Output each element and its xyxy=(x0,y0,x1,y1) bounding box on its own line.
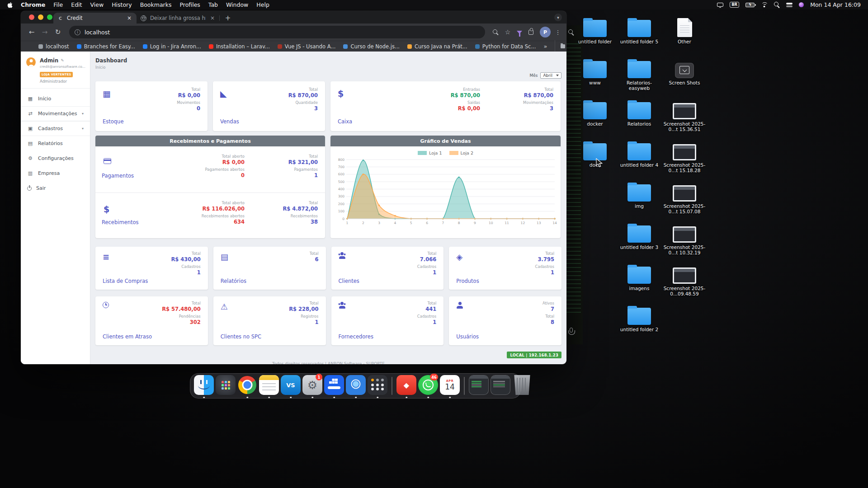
dock-item[interactable]: APR 14 xyxy=(280,374,301,398)
dock-item[interactable]: APR 14 xyxy=(324,374,344,398)
desktop-icon[interactable]: untitled folder xyxy=(573,16,617,57)
card-title[interactable]: Produtos xyxy=(456,278,479,284)
card-title[interactable]: Vendas xyxy=(220,118,239,125)
card-title[interactable]: Fornecedores xyxy=(339,333,373,340)
card-title[interactable]: Caixa xyxy=(338,118,352,125)
browser-tab[interactable]: C Credit × xyxy=(53,13,137,23)
bookmark-item[interactable]: Python for Data Sc... xyxy=(475,43,536,50)
menu-item[interactable]: History xyxy=(112,1,132,8)
card-title[interactable]: Clientes xyxy=(339,278,359,284)
sidebar-item[interactable]: Configurações xyxy=(21,151,90,166)
legend-item[interactable]: Loja 2 xyxy=(449,150,473,155)
browser-tab[interactable]: Deixar linha grossa hr × xyxy=(137,13,220,23)
input-source-indicator[interactable]: BR xyxy=(730,2,739,8)
menu-item[interactable]: View xyxy=(90,1,104,8)
desktop-icon[interactable]: Relatorios xyxy=(618,99,661,140)
forward-button[interactable]: → xyxy=(39,28,50,36)
url-text[interactable]: localhost xyxy=(85,29,110,36)
desktop-icon[interactable]: untitled folder 2 xyxy=(618,304,661,345)
dock-item[interactable]: APR 14 xyxy=(193,374,214,398)
user-avatar[interactable] xyxy=(26,57,36,67)
zoom-lens-icon[interactable] xyxy=(493,29,499,35)
all-bookmarks[interactable]: All Bookmarks xyxy=(555,40,566,53)
screen-mirroring-icon[interactable] xyxy=(717,3,723,7)
filter-extension-icon[interactable] xyxy=(517,31,522,34)
desktop-icon[interactable]: untitled folder 3 xyxy=(618,222,661,263)
desktop-icon[interactable]: Screenshot 2025-0...t 10.32.19 xyxy=(663,222,706,263)
month-select[interactable]: Abril xyxy=(540,72,561,79)
dock-item[interactable]: APR 14 xyxy=(367,374,388,398)
tab-close-icon[interactable]: × xyxy=(209,15,216,21)
card-title[interactable]: Clientes em Atraso xyxy=(103,333,152,340)
minimize-window-button[interactable] xyxy=(38,14,43,20)
dock-item[interactable]: APR 14 xyxy=(259,374,279,398)
wifi-icon[interactable] xyxy=(761,2,768,7)
battery-icon[interactable]: ϟ xyxy=(745,3,755,7)
section-title[interactable]: Recebimentos xyxy=(102,219,139,225)
desktop-icon[interactable]: Screen Shots xyxy=(663,57,706,99)
spotlight-search-icon[interactable] xyxy=(774,2,780,8)
apple-logo-icon[interactable] xyxy=(7,2,13,8)
sidebar-item[interactable]: Sair xyxy=(21,181,90,196)
card-title[interactable]: Estoque xyxy=(103,118,123,125)
bookmark-item[interactable]: Curso Java na Prát... xyxy=(407,43,467,50)
bookmarks-overflow-chevron[interactable]: » xyxy=(543,43,547,50)
sidebar-item[interactable]: Relatórios xyxy=(21,136,90,151)
tab-close-icon[interactable]: × xyxy=(126,15,132,21)
desktop-icon[interactable]: untitled folder 5 xyxy=(618,16,661,57)
desktop-icon[interactable]: Relatorios-easyweb xyxy=(618,57,661,99)
dock-item[interactable]: APR 14 xyxy=(490,374,511,398)
back-button[interactable]: ← xyxy=(26,28,37,36)
desktop-icon[interactable]: imagens xyxy=(618,263,661,304)
dock-item[interactable]: APR 14 xyxy=(439,374,460,398)
tab-search-chevron-icon[interactable]: ▾ xyxy=(554,14,562,21)
zoom-window-button[interactable] xyxy=(47,14,52,20)
dock-item[interactable]: APR 14 xyxy=(464,377,465,395)
bookmark-item[interactable]: localhost xyxy=(38,43,69,50)
status-dot-icon[interactable] xyxy=(799,2,804,7)
desktop-icon[interactable]: Screenshot 2025-0...t 15.36.51 xyxy=(663,99,706,140)
new-tab-button[interactable]: + xyxy=(222,13,233,23)
reload-button[interactable]: ↻ xyxy=(52,28,63,36)
control-center-icon[interactable] xyxy=(786,3,793,7)
bookmark-item[interactable]: Branches for Easy... xyxy=(77,43,135,50)
bookmark-item[interactable]: Installation – Larav... xyxy=(209,43,270,50)
profile-avatar[interactable]: P xyxy=(540,27,551,38)
dock-item[interactable]: APR 14 1 xyxy=(302,374,323,398)
section-title[interactable]: Pagamentos xyxy=(102,173,134,179)
dock-item[interactable]: APR 14 xyxy=(468,374,489,398)
dock-item[interactable]: APR 14 46 xyxy=(418,374,439,398)
dock-item[interactable]: APR 14 xyxy=(215,374,236,398)
bookmark-item[interactable]: Vue JS - Usando A... xyxy=(278,43,336,50)
menu-item[interactable]: Window xyxy=(226,1,248,8)
card-title[interactable]: Lista de Compras xyxy=(103,278,148,284)
menu-item[interactable]: File xyxy=(53,1,63,8)
desktop-icon[interactable]: Screenshot 2025-0...09.48.59 xyxy=(663,263,706,304)
browser-menu-icon[interactable]: ⋮ xyxy=(555,29,561,36)
address-bar[interactable]: localhost xyxy=(69,26,485,38)
desktop-icon[interactable]: Screenshot 2025-0...t 15.18.28 xyxy=(663,140,706,181)
sidebar-item[interactable]: Empresa xyxy=(21,166,90,181)
dock-item[interactable]: APR 14 xyxy=(512,374,533,398)
menu-clock[interactable]: Mon 14 Apr 16:09 xyxy=(810,1,861,8)
bookmark-item[interactable]: Curso de Node.js... xyxy=(343,43,400,50)
card-title[interactable]: Relatórios xyxy=(221,278,246,284)
menu-item[interactable]: Profiles xyxy=(179,1,200,8)
menu-item[interactable]: Help xyxy=(256,1,269,8)
menu-item[interactable]: Bookmarks xyxy=(140,1,172,8)
desktop-icon[interactable]: untitled folder 4 xyxy=(618,140,661,181)
site-info-icon[interactable] xyxy=(75,29,80,35)
dock-item[interactable]: APR 14 xyxy=(396,374,417,398)
desktop-icon[interactable]: Screenshot 2025-0...t 15.07.08 xyxy=(663,181,706,222)
legend-item[interactable]: Loja 1 xyxy=(418,150,442,155)
desktop-icon[interactable]: docker xyxy=(573,99,617,140)
menu-app-name[interactable]: Chrome xyxy=(21,1,45,8)
desktop-icon[interactable]: img xyxy=(618,181,661,222)
edit-profile-icon[interactable]: ✎ xyxy=(61,58,64,63)
card-title[interactable]: Usuários xyxy=(456,333,479,340)
desktop-icon[interactable]: Other xyxy=(663,16,706,57)
sidebar-item[interactable]: Cadastros ▾ xyxy=(21,121,90,136)
dock-item[interactable]: APR 14 xyxy=(345,374,366,398)
dock-item[interactable]: APR 14 xyxy=(392,377,392,395)
close-window-button[interactable] xyxy=(29,14,34,20)
